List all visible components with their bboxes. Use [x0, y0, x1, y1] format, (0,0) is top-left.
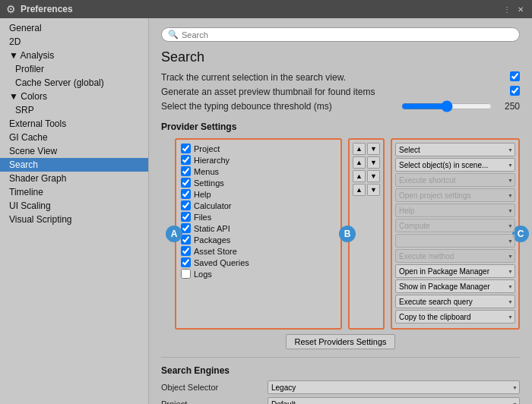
sidebar-item-visual-scripting[interactable]: Visual Scripting — [0, 213, 148, 226]
window-title: Preferences — [21, 4, 73, 14]
close-button[interactable]: ✕ — [515, 4, 526, 14]
action-select-select[interactable]: Select — [395, 143, 515, 156]
provider-static-api: Static API — [179, 223, 337, 234]
action-select-object-select[interactable]: Select object(s) in scene... — [395, 158, 515, 172]
sidebar-item-timeline[interactable]: Timeline — [0, 185, 148, 199]
provider-static-api-checkbox[interactable] — [181, 223, 191, 233]
action-execute-shortcut-row: Execute shortcut — [395, 173, 515, 187]
arrow-up-1[interactable]: ▲ — [353, 156, 366, 169]
search-bar: 🔍 — [161, 27, 520, 42]
provider-saved-queries-label: Saved Queries — [194, 258, 249, 267]
sidebar-item-analysis[interactable]: ▼ Analysis — [0, 49, 148, 62]
search-icon: 🔍 — [168, 30, 179, 39]
provider-saved-queries: Saved Queries — [179, 257, 337, 268]
action-compute-row: Compute — [395, 219, 515, 232]
sidebar-item-external-tools[interactable]: External Tools — [0, 117, 148, 131]
provider-packages-label: Packages — [194, 235, 230, 245]
debounce-slider[interactable] — [401, 100, 492, 112]
provider-help-checkbox[interactable] — [181, 189, 191, 199]
sidebar-item-gi-cache[interactable]: GI Cache — [0, 131, 148, 144]
action-select-object-wrap: Select object(s) in scene... — [395, 158, 515, 172]
action-open-project-row: Open project settings — [395, 188, 515, 202]
sidebar-item-shader-graph[interactable]: Shader Graph — [0, 172, 148, 185]
search-input[interactable] — [182, 30, 513, 39]
reset-providers-button[interactable]: Reset Providers Settings — [286, 334, 394, 349]
engine-object-selector-label: Object Selector — [161, 383, 268, 392]
engine-object-selector-select-wrap: Legacy Default — [268, 380, 520, 394]
sidebar-item-srp[interactable]: SRP — [0, 103, 148, 117]
arrow-down-0[interactable]: ▼ — [367, 143, 380, 155]
provider-calculator-checkbox[interactable] — [181, 200, 191, 210]
option-thumbnail-checkbox-area — [510, 86, 520, 98]
page-title: Search — [161, 49, 520, 65]
action-execute-query-select[interactable]: Execute search query — [395, 295, 515, 308]
provider-files-checkbox[interactable] — [181, 212, 191, 222]
option-thumbnail-label: Generate an asset preview thumbnail for … — [161, 87, 504, 97]
option-track-selection-checkbox[interactable] — [510, 71, 520, 81]
provider-menus-checkbox[interactable] — [181, 166, 191, 176]
action-compute-select[interactable]: Compute — [395, 219, 515, 232]
provider-logs-label: Logs — [194, 270, 212, 279]
provider-logs: Logs — [179, 268, 337, 279]
provider-settings: Settings — [179, 177, 337, 188]
sidebar-item-general[interactable]: General — [0, 21, 148, 35]
provider-saved-queries-checkbox[interactable] — [181, 257, 191, 267]
action-copy-clipboard-select[interactable]: Copy to the clipboard — [395, 310, 515, 324]
action-execute-shortcut-wrap: Execute shortcut — [395, 173, 515, 187]
action-execute-method-select[interactable]: Execute method — [395, 249, 515, 263]
provider-cols: A Project Hierarchy Menus — [161, 138, 520, 330]
action-help-row: Help — [395, 204, 515, 217]
slider-area: 250 — [401, 100, 520, 112]
action-empty-select[interactable] — [395, 234, 515, 248]
option-thumbnail-checkbox[interactable] — [510, 86, 520, 96]
action-open-package-row: Open in Package Manager — [395, 264, 515, 278]
arrow-down-3[interactable]: ▼ — [367, 184, 380, 196]
options-section: Track the current selection in the searc… — [161, 71, 520, 112]
maximize-button[interactable]: ⋮ — [502, 4, 512, 14]
action-show-package-select[interactable]: Show in Package Manager — [395, 279, 515, 293]
title-bar: ⚙ Preferences ⋮ ✕ — [0, 0, 532, 18]
sidebar-item-colors[interactable]: ▼ Colors — [0, 90, 148, 103]
provider-asset-store-checkbox[interactable] — [181, 246, 191, 256]
provider-hierarchy-checkbox[interactable] — [181, 155, 191, 165]
option-track-selection-label: Track the current selection in the searc… — [161, 72, 504, 83]
sidebar-item-scene-view[interactable]: Scene View — [0, 144, 148, 158]
sidebar-item-ui-scaling[interactable]: UI Scaling — [0, 199, 148, 213]
provider-help: Help — [179, 188, 337, 200]
provider-calculator: Calculator — [179, 200, 337, 211]
action-compute-wrap: Compute — [395, 219, 515, 232]
sidebar-item-profiler[interactable]: Profiler — [0, 62, 148, 76]
sidebar-item-2d[interactable]: 2D — [0, 35, 148, 49]
action-execute-shortcut-select[interactable]: Execute shortcut — [395, 173, 515, 187]
provider-packages-checkbox[interactable] — [181, 235, 191, 245]
badge-a: A — [166, 226, 182, 242]
provider-logs-checkbox[interactable] — [181, 269, 191, 279]
arrow-row-1: ▲ ▼ — [353, 156, 380, 169]
option-debounce: Select the typing debounce threshold (ms… — [161, 100, 520, 112]
provider-settings-checkbox[interactable] — [181, 178, 191, 188]
engine-project-select[interactable]: Default Legacy — [268, 397, 520, 404]
action-copy-clipboard-wrap: Copy to the clipboard — [395, 310, 515, 324]
provider-settings-section: Provider Settings A Project Hierarchy — [161, 122, 520, 349]
action-help-select[interactable]: Help — [395, 204, 515, 217]
arrow-up-3[interactable]: ▲ — [353, 184, 366, 196]
provider-hierarchy-label: Hierarchy — [194, 156, 230, 165]
provider-project-checkbox[interactable] — [181, 144, 191, 153]
action-open-project-select[interactable]: Open project settings — [395, 188, 515, 202]
provider-menus: Menus — [179, 166, 337, 177]
arrow-up-0[interactable]: ▲ — [353, 143, 366, 155]
provider-menus-label: Menus — [194, 167, 219, 176]
action-select-wrap: Select — [395, 143, 515, 156]
option-track-selection: Track the current selection in the searc… — [161, 71, 520, 84]
provider-project: Project — [179, 143, 337, 154]
action-open-project-wrap: Open project settings — [395, 188, 515, 202]
arrow-down-1[interactable]: ▼ — [367, 156, 380, 169]
arrow-down-2[interactable]: ▼ — [367, 170, 380, 182]
sidebar-item-search[interactable]: Search — [0, 158, 148, 172]
sidebar-item-cache-server[interactable]: Cache Server (global) — [0, 76, 148, 90]
engine-object-selector-select[interactable]: Legacy Default — [268, 380, 520, 394]
arrow-up-2[interactable]: ▲ — [353, 170, 366, 182]
search-engines-section: Search Engines Object Selector Legacy De… — [161, 365, 520, 404]
action-open-package-select[interactable]: Open in Package Manager — [395, 264, 515, 278]
action-execute-query-row: Execute search query — [395, 295, 515, 308]
